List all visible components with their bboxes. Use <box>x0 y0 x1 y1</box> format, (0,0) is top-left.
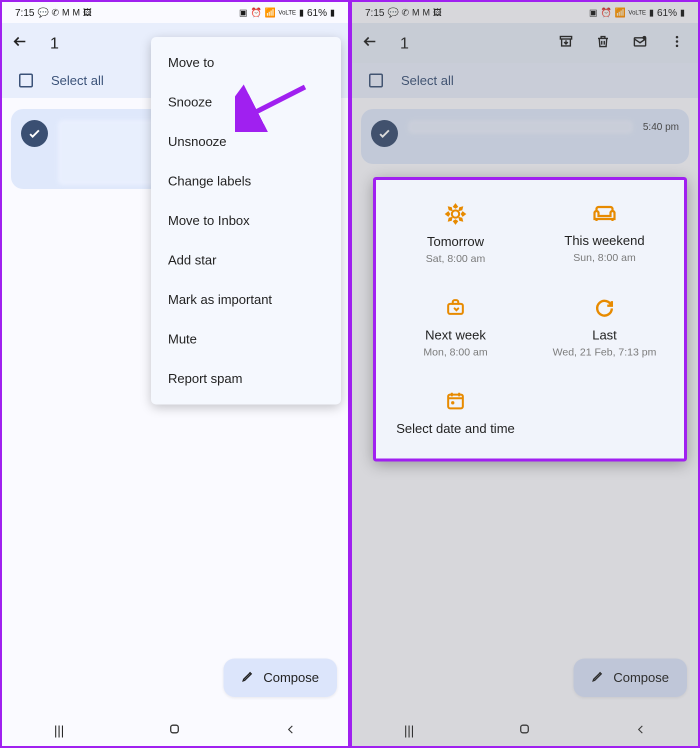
svg-point-4 <box>642 36 646 40</box>
menu-mute[interactable]: Mute <box>151 320 341 359</box>
snooze-title: Next week <box>425 328 486 343</box>
snooze-weekend[interactable]: This weekend Sun, 8:00 am <box>530 185 679 278</box>
snooze-custom[interactable]: Select date and time <box>381 372 530 454</box>
snooze-tomorrow[interactable]: Tomorrow Sat, 8:00 am <box>381 185 530 278</box>
compose-button[interactable]: Compose <box>574 658 687 697</box>
wifi-icon: 📶 <box>264 7 276 18</box>
compose-label: Compose <box>614 670 669 686</box>
wifi-icon: 📶 <box>614 7 626 18</box>
volte-icon: VoLTE <box>278 9 296 16</box>
svg-point-6 <box>676 40 678 42</box>
app-bar: 1 <box>352 23 698 63</box>
selection-count: 1 <box>400 34 409 52</box>
nav-bar: ||| <box>352 715 698 746</box>
snooze-sub: Sat, 8:00 am <box>426 252 485 264</box>
photo-icon: 🖼 <box>83 8 92 18</box>
redo-icon <box>594 296 616 320</box>
select-all-checkbox[interactable] <box>19 74 33 88</box>
chat-icon: 💬 <box>38 7 48 18</box>
email-checkmark-icon[interactable] <box>21 120 48 147</box>
battery-icon: ▮ <box>330 7 335 18</box>
svg-point-8 <box>452 210 460 218</box>
snooze-title: This weekend <box>564 233 644 248</box>
mail-icon: M <box>72 8 80 18</box>
nav-home-icon[interactable] <box>168 722 181 739</box>
svg-rect-12 <box>521 725 528 732</box>
alarm-icon: ⏰ <box>600 7 612 18</box>
more-icon[interactable] <box>666 34 688 52</box>
select-all-label[interactable]: Select all <box>401 73 454 88</box>
email-time: 5:40 pm <box>643 121 679 132</box>
compose-button[interactable]: Compose <box>224 658 337 697</box>
couch-icon <box>592 204 616 226</box>
sun-icon <box>444 203 466 227</box>
snooze-next-week[interactable]: Next week Mon, 8:00 am <box>381 278 530 372</box>
nav-back-icon[interactable] <box>635 723 646 738</box>
svg-point-5 <box>676 36 678 38</box>
status-bar: 7:15 💬 ✆ M M 🖼 ▣ ⏰ 📶 VoLTE ▮ 61% ▮ <box>2 2 348 23</box>
select-all-checkbox[interactable] <box>369 74 383 88</box>
svg-rect-1 <box>171 725 178 732</box>
chat-icon: 💬 <box>388 7 398 18</box>
mark-unread-icon[interactable] <box>629 34 651 52</box>
svg-rect-10 <box>448 394 462 408</box>
pencil-icon <box>242 670 254 686</box>
nav-recents-icon[interactable]: ||| <box>404 723 414 738</box>
nav-bar: ||| <box>2 715 348 746</box>
delete-icon[interactable] <box>592 34 614 52</box>
volte-icon: VoLTE <box>628 9 646 16</box>
compose-label: Compose <box>264 670 319 686</box>
snooze-sub: Wed, 21 Feb, 7:13 pm <box>552 346 656 358</box>
menu-unsnooze[interactable]: Unsnooze <box>151 122 341 162</box>
archive-icon[interactable] <box>555 34 577 52</box>
back-arrow-icon[interactable] <box>12 34 28 53</box>
snooze-title: Select date and time <box>396 421 514 436</box>
svg-point-7 <box>676 44 678 47</box>
selection-count: 1 <box>50 34 59 52</box>
email-checkmark-icon[interactable] <box>371 120 398 147</box>
alarm-icon: ⏰ <box>250 7 262 18</box>
svg-rect-2 <box>560 36 572 39</box>
status-bar: 7:15 💬 ✆ M M 🖼 ▣ ⏰ 📶 VoLTE ▮ 61% ▮ <box>352 2 698 23</box>
snooze-last[interactable]: Last Wed, 21 Feb, 7:13 pm <box>530 278 679 372</box>
mail-icon: M <box>412 8 420 18</box>
snooze-title: Last <box>592 328 616 343</box>
mail-icon: M <box>422 8 430 18</box>
status-time: 7:15 <box>15 7 34 18</box>
snooze-title: Tomorrow <box>427 234 484 250</box>
signal-icon: ▮ <box>649 7 654 18</box>
battery-text: 61% <box>307 7 327 18</box>
mail-icon: M <box>62 8 70 18</box>
menu-snooze[interactable]: Snooze <box>151 82 341 122</box>
svg-point-11 <box>451 401 454 404</box>
back-arrow-icon[interactable] <box>362 34 378 53</box>
battery-icon: ▮ <box>680 7 685 18</box>
select-all-label[interactable]: Select all <box>51 73 104 88</box>
briefcase-icon <box>444 296 466 320</box>
select-all-row: Select all <box>352 63 698 98</box>
menu-report-spam[interactable]: Report spam <box>151 359 341 398</box>
menu-move-to-inbox[interactable]: Move to Inbox <box>151 201 341 240</box>
snooze-sub: Sun, 8:00 am <box>574 252 636 264</box>
overflow-menu: Move to Snooze Unsnooze Change labels Mo… <box>151 37 341 404</box>
nav-home-icon[interactable] <box>518 722 531 739</box>
whatsapp-icon: ✆ <box>402 7 409 18</box>
nav-recents-icon[interactable]: ||| <box>54 723 64 738</box>
nav-back-icon[interactable] <box>285 723 296 738</box>
menu-add-star[interactable]: Add star <box>151 240 341 280</box>
pencil-icon <box>592 670 604 686</box>
photo-icon: 🖼 <box>433 8 442 18</box>
email-item[interactable]: 5:40 pm <box>361 109 689 164</box>
menu-move-to[interactable]: Move to <box>151 43 341 82</box>
menu-change-labels[interactable]: Change labels <box>151 162 341 201</box>
menu-mark-important[interactable]: Mark as important <box>151 280 341 320</box>
signal-icon: ▮ <box>299 7 304 18</box>
snooze-sub: Mon, 8:00 am <box>424 346 488 358</box>
whatsapp-icon: ✆ <box>52 7 59 18</box>
saver-icon: ▣ <box>589 7 598 18</box>
status-time: 7:15 <box>365 7 384 18</box>
saver-icon: ▣ <box>239 7 248 18</box>
battery-text: 61% <box>657 7 677 18</box>
email-preview-blur <box>408 120 633 134</box>
calendar-icon <box>444 390 466 414</box>
